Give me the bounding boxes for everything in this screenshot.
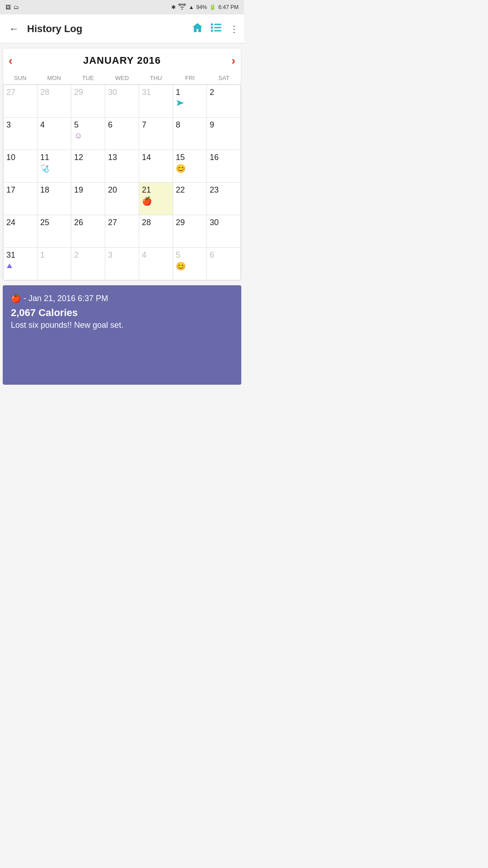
cal-day-number: 26 [74,218,83,228]
cal-day-number: 11 [40,153,49,163]
home-icon[interactable] [192,22,203,36]
calendar-cell[interactable]: 13 [105,150,139,183]
prev-month-button[interactable]: ‹ [9,55,13,66]
apple-icon: 🍎 [142,196,152,206]
cal-day-number: 17 [6,185,15,195]
cal-day-number: 6 [210,250,214,260]
calendar-cell[interactable]: 27 [105,215,139,248]
dow-sun: SUN [3,73,37,84]
status-right: ✱ ▲ 94% 🔋 6:47 PM [171,4,239,11]
cal-day-number: 21 [142,185,151,195]
calendar-cell[interactable]: 27 [4,85,38,118]
calendar-cell[interactable]: 1 [173,85,207,118]
calendar-cell[interactable]: 4 [139,248,173,280]
calendar-cell[interactable]: 25 [38,215,71,248]
calendar-cell[interactable]: 2 [71,248,105,280]
dow-thu: THU [139,73,173,84]
cal-day-number: 10 [6,153,15,163]
cal-day-number: 28 [40,88,49,98]
cal-day-number: 6 [108,120,113,130]
svg-rect-1 [214,24,221,25]
calendar-cell[interactable]: 6 [207,248,241,280]
calendar-cell[interactable]: 29 [71,85,105,118]
cal-day-number: 20 [108,185,117,195]
next-month-button[interactable]: › [231,55,235,66]
cal-day-number: 25 [40,218,49,228]
calendar-cell[interactable]: 6 [105,118,139,150]
calendar-cell[interactable]: 10 [4,150,38,183]
cal-day-number: 15 [176,153,185,163]
calendar-cell[interactable]: 31 [139,85,173,118]
dow-mon: MON [37,73,71,84]
header: ← History Log ⋮ [0,14,244,43]
svg-marker-6 [7,264,12,268]
calendar-cell[interactable]: 5😊 [173,248,207,280]
cal-day-number: 1 [176,88,180,98]
calendar-cell[interactable]: 7 [139,118,173,150]
calendar-cell[interactable]: 3 [105,248,139,280]
calendar-cell[interactable]: 12 [71,150,105,183]
cal-day-number: 31 [6,250,15,260]
calendar-cell[interactable]: 28 [139,215,173,248]
calendar-cell[interactable]: 11🩺 [38,150,71,183]
calendar-cell[interactable]: 8 [173,118,207,150]
list-icon[interactable] [211,23,222,35]
cal-day-number: 1 [40,250,45,260]
time-display: 6:47 PM [218,4,239,10]
apple-icon: 🍎 [11,293,21,303]
calendar-cell[interactable]: 26 [71,215,105,248]
smiley-icon: ☺ [74,131,82,141]
bluetooth-icon: ✱ [171,4,176,10]
svg-point-2 [211,26,213,28]
cal-day-number: 4 [40,120,45,130]
back-button[interactable]: ← [5,21,23,37]
calendar-cell[interactable]: 28 [38,85,71,118]
cal-day-number: 28 [142,218,151,228]
calendar-cell[interactable]: 23 [207,183,241,215]
calendar-cell[interactable]: 24 [4,215,38,248]
cal-day-number: 2 [210,88,214,98]
calendar-cell[interactable]: 5☺ [71,118,105,150]
header-actions: ⋮ [192,22,239,36]
calendar-cell[interactable]: 30 [105,85,139,118]
cal-day-number: 2 [74,250,79,260]
calendar-cell[interactable]: 30 [207,215,241,248]
wifi-icon [178,4,186,11]
calendar-cell[interactable]: 22 [173,183,207,215]
cal-day-number: 14 [142,153,151,163]
calendar-cell[interactable]: 14 [139,150,173,183]
calendar-header: ‹ JANUARY 2016 › [3,48,241,73]
calendar-cell[interactable]: 21🍎 [139,183,173,215]
cal-day-number: 18 [40,185,49,195]
calendar: ‹ JANUARY 2016 › SUN MON TUE WED THU FRI… [3,48,241,281]
more-icon[interactable]: ⋮ [230,24,239,34]
calendar-cell[interactable]: 9 [207,118,241,150]
calendar-grid: 272829303112345☺67891011🩺12131415😊161718… [3,85,241,280]
calendar-cell[interactable]: 18 [38,183,71,215]
cal-day-number: 30 [210,218,219,228]
cal-day-number: 29 [176,218,185,228]
cal-day-number: 16 [210,153,219,163]
cal-day-number: 12 [74,153,83,163]
cal-day-number: 27 [6,88,15,98]
calendar-cell[interactable]: 29 [173,215,207,248]
gallery-icon: 🗂 [14,4,19,10]
battery-percent: 94% [196,4,207,10]
cal-day-number: 31 [142,88,151,98]
calendar-cell[interactable]: 1 [38,248,71,280]
calendar-cell[interactable]: 20 [105,183,139,215]
calendar-cell[interactable]: 4 [38,118,71,150]
calendar-cell[interactable]: 17 [4,183,38,215]
calendar-cell[interactable]: 3 [4,118,38,150]
cal-day-number: 29 [74,88,83,98]
battery-icon: 🔋 [209,4,216,10]
calendar-cell[interactable]: 2 [207,85,241,118]
cal-day-number: 9 [210,120,214,130]
calendar-cell[interactable]: 16 [207,150,241,183]
days-of-week-row: SUN MON TUE WED THU FRI SAT [3,73,241,85]
page-title: History Log [27,23,187,35]
calendar-cell[interactable]: 31 [4,248,38,280]
photo-icon: 🖼 [5,4,11,10]
calendar-cell[interactable]: 19 [71,183,105,215]
calendar-cell[interactable]: 15😊 [173,150,207,183]
